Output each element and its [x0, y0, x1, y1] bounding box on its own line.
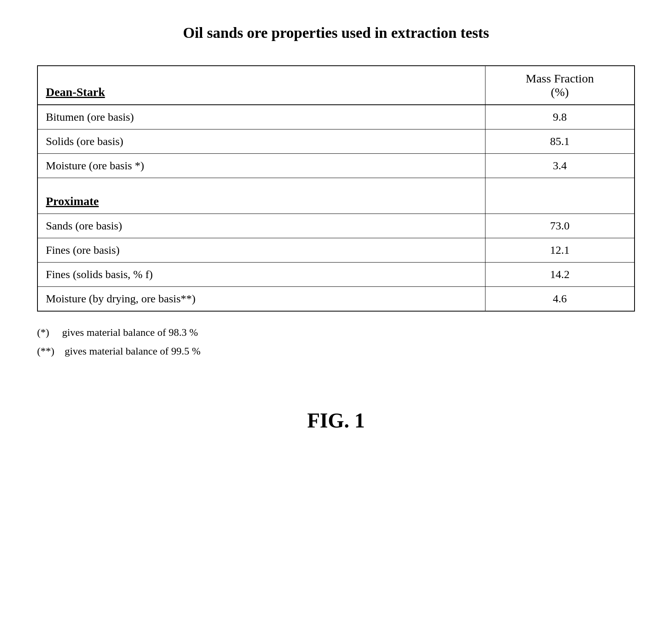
- proximate-section-row: Proximate: [37, 178, 635, 214]
- footnote-1: (*) gives material balance of 98.3 %: [37, 323, 635, 342]
- row-value: 85.1: [485, 129, 635, 154]
- row-label: Bitumen (ore basis): [37, 105, 485, 129]
- row-label: Sands (ore basis): [37, 214, 485, 238]
- row-value: 14.2: [485, 263, 635, 287]
- table-header-row: Dean-Stark Mass Fraction (%): [37, 66, 635, 105]
- table-row: Fines (ore basis) 12.1: [37, 238, 635, 263]
- table-row: Solids (ore basis) 85.1: [37, 129, 635, 154]
- row-value: 9.8: [485, 105, 635, 129]
- table-row: Sands (ore basis) 73.0: [37, 214, 635, 238]
- row-label: Moisture (ore basis *): [37, 154, 485, 178]
- properties-table: Dean-Stark Mass Fraction (%) Bitumen (or…: [37, 65, 635, 312]
- footnote-2: (**) gives material balance of 99.5 %: [37, 342, 635, 361]
- row-value: 4.6: [485, 287, 635, 312]
- table-wrapper: Dean-Stark Mass Fraction (%) Bitumen (or…: [37, 65, 635, 312]
- row-value: 12.1: [485, 238, 635, 263]
- row-label: Moisture (by drying, ore basis**): [37, 287, 485, 312]
- row-value: 3.4: [485, 154, 635, 178]
- table-row: Fines (solids basis, % f) 14.2: [37, 263, 635, 287]
- proximate-value-empty: [485, 178, 635, 214]
- proximate-label: Proximate: [37, 178, 485, 214]
- header-col2: Mass Fraction (%): [485, 66, 635, 105]
- header-col1: Dean-Stark: [37, 66, 485, 105]
- table-row: Bitumen (ore basis) 9.8: [37, 105, 635, 129]
- footnotes: (*) gives material balance of 98.3 % (**…: [37, 323, 635, 361]
- row-value: 73.0: [485, 214, 635, 238]
- row-label: Solids (ore basis): [37, 129, 485, 154]
- figure-label: FIG. 1: [37, 409, 635, 432]
- row-label: Fines (ore basis): [37, 238, 485, 263]
- table-row: Moisture (by drying, ore basis**) 4.6: [37, 287, 635, 312]
- table-row: Moisture (ore basis *) 3.4: [37, 154, 635, 178]
- page-container: Oil sands ore properties used in extract…: [37, 24, 635, 432]
- row-label: Fines (solids basis, % f): [37, 263, 485, 287]
- page-title: Oil sands ore properties used in extract…: [37, 24, 635, 41]
